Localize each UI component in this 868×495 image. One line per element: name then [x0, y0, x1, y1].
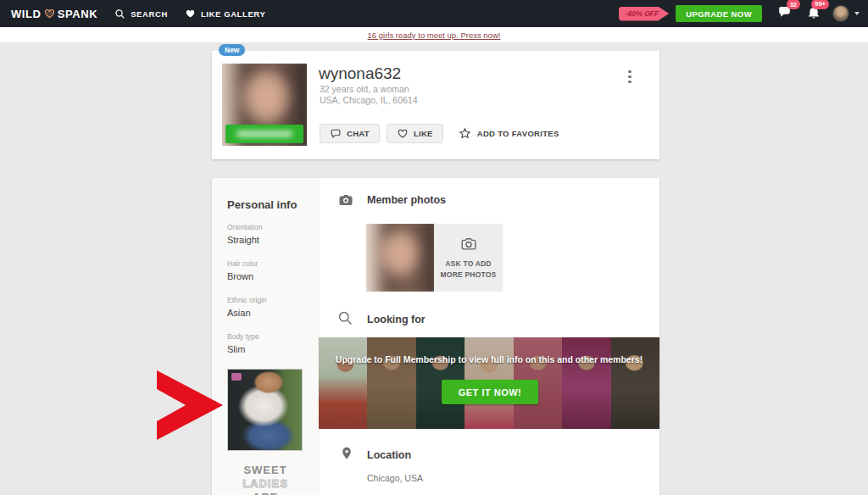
logo[interactable]: WILD SPANK — [11, 8, 97, 20]
field-value: Asian — [227, 308, 267, 318]
field-hair-color: Hair color Brown — [227, 259, 258, 281]
looking-for-title: Looking for — [367, 314, 426, 325]
nav-search-label: SEARCH — [131, 9, 168, 19]
profile-actions: CHAT LIKE ADD TO FAVORITES — [320, 124, 559, 143]
user-avatar[interactable] — [832, 5, 849, 22]
add-to-favorites-button[interactable]: ADD TO FAVORITES — [459, 127, 559, 140]
nav-like-gallery[interactable]: LIKE GALLERY — [185, 8, 266, 19]
promo-bar: 16 girls ready to meet up. Press now! — [0, 27, 868, 42]
star-outline-icon — [459, 127, 471, 140]
photo-overlay-button[interactable] — [225, 125, 303, 143]
field-label: Orientation — [227, 223, 263, 231]
field-value: Brown — [227, 271, 258, 281]
ad-text-line[interactable]: ARE — [212, 491, 319, 495]
get-it-now-button[interactable]: GET IT NOW! — [442, 380, 538, 404]
heart-icon — [185, 8, 196, 19]
content-card: Personal info Orientation Straight Hair … — [212, 178, 659, 495]
search-icon — [114, 8, 125, 19]
navbar: WILD SPANK SEARCH LIKE GALLERY -60% OFF … — [0, 0, 868, 27]
add-to-favorites-label: ADD TO FAVORITES — [477, 129, 559, 138]
double-heart-icon — [43, 8, 56, 19]
blurred-member-photo — [366, 224, 434, 292]
location-pin-icon — [340, 445, 353, 461]
ad-text-line[interactable]: LADIES — [212, 477, 319, 490]
kebab-menu-icon[interactable] — [626, 66, 633, 87]
promo-link[interactable]: 16 girls ready to meet up. Press now! — [368, 31, 501, 40]
page: WILD SPANK SEARCH LIKE GALLERY -60% OFF … — [0, 0, 868, 495]
personal-info-title: Personal info — [227, 198, 297, 211]
profile-card: wynona632 32 years old, a woman USA, Chi… — [212, 51, 659, 159]
camera-outline-icon — [459, 236, 478, 253]
ask-add-photos-button[interactable]: ASK TO ADD MORE PHOTOS — [434, 224, 503, 292]
profile-photo[interactable] — [222, 64, 307, 146]
chat-button-label: CHAT — [347, 129, 370, 138]
upgrade-banner[interactable]: Upgrade to Full Membership to view full … — [319, 337, 659, 429]
discount-badge[interactable]: -60% OFF — [619, 7, 669, 21]
chat-button[interactable]: CHAT — [320, 124, 380, 143]
field-label: Body type — [227, 332, 259, 341]
messages-count-badge: 32 — [787, 0, 800, 9]
camera-icon — [338, 192, 353, 208]
field-label: Hair color — [227, 259, 258, 268]
field-body-type: Body type Slim — [227, 332, 259, 354]
field-label: Ethnic origin — [227, 296, 267, 304]
location-value: Chicago, USA — [367, 473, 423, 483]
ad-text-line[interactable]: SWEET — [212, 464, 319, 476]
banner-message: Upgrade to Full Membership to view full … — [319, 354, 659, 364]
blurred-overlay-text — [236, 131, 292, 137]
personal-info-sidebar: Personal info Orientation Straight Hair … — [212, 178, 319, 495]
profile-main: Member photos ASK TO ADD MORE PHOTOS Loo… — [319, 178, 659, 495]
sidebar-ad-photo[interactable] — [227, 369, 303, 451]
location-title: Location — [367, 449, 411, 461]
ad-watermark — [231, 373, 242, 381]
field-ethnic-origin: Ethnic origin Asian — [227, 296, 267, 318]
nav-search[interactable]: SEARCH — [114, 8, 168, 19]
chat-outline-icon — [330, 128, 342, 139]
account-caret-down-icon[interactable] — [854, 12, 860, 15]
like-button[interactable]: LIKE — [387, 124, 443, 143]
heart-outline-icon — [397, 128, 409, 139]
like-button-label: LIKE — [414, 129, 433, 138]
notifications-button[interactable]: 99+ — [807, 5, 821, 23]
profile-username: wynona632 — [319, 64, 401, 83]
navbar-right: -60% OFF UPGRADE NOW 32 99+ — [619, 5, 860, 23]
profile-age-line: 32 years old, a woman — [320, 84, 409, 94]
logo-text-right: SPANK — [58, 8, 98, 20]
ask-add-photos-label: ASK TO ADD MORE PHOTOS — [437, 259, 500, 281]
member-photos-title: Member photos — [367, 194, 446, 206]
field-value: Straight — [227, 235, 263, 245]
member-photo[interactable] — [366, 224, 434, 292]
notifications-count-badge: 99+ — [811, 0, 829, 9]
field-orientation: Orientation Straight — [227, 223, 263, 245]
field-value: Slim — [227, 344, 259, 354]
upgrade-now-button[interactable]: UPGRADE NOW — [676, 5, 762, 22]
annotation-arrow — [155, 367, 225, 443]
nav-like-gallery-label: LIKE GALLERY — [201, 9, 266, 19]
messages-button[interactable]: 32 — [777, 5, 792, 22]
profile-location-line: USA, Chicago, IL, 60614 — [320, 95, 418, 105]
logo-text-left: WILD — [11, 8, 42, 20]
magnifier-icon — [337, 310, 353, 326]
new-badge: New — [219, 44, 245, 56]
